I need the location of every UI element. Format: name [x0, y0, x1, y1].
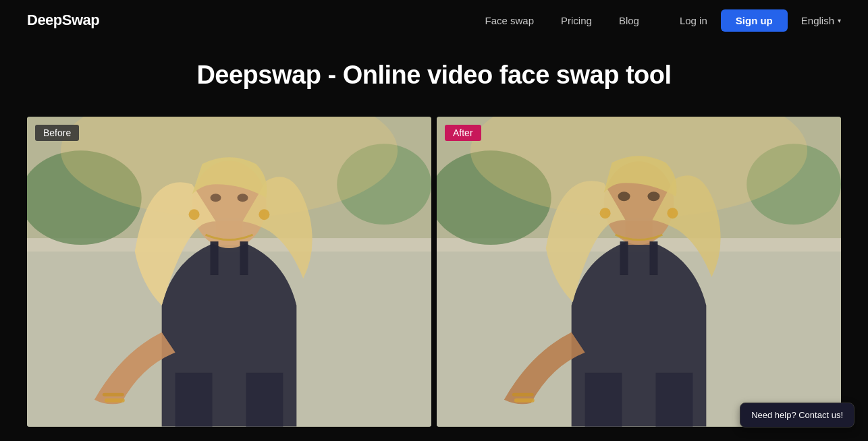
nav-actions: Log in Sign up English ▾	[680, 9, 841, 32]
svg-rect-6	[175, 373, 213, 427]
svg-rect-25	[655, 373, 693, 427]
nav-blog[interactable]: Blog	[619, 15, 639, 26]
help-bubble[interactable]: Need help? Contact us!	[740, 403, 855, 428]
svg-point-31	[667, 208, 678, 218]
svg-rect-33	[649, 241, 657, 275]
svg-rect-24	[585, 373, 622, 427]
hero-section: Deepswap - Online video face swap tool	[0, 40, 868, 103]
logo-text: DeepSwap	[27, 11, 99, 28]
language-label: English	[801, 15, 834, 26]
nav-face-swap[interactable]: Face swap	[485, 15, 534, 26]
svg-point-10	[211, 194, 221, 202]
svg-point-29	[647, 192, 659, 201]
svg-rect-17	[103, 393, 124, 396]
page-title: Deepswap - Online video face swap tool	[27, 61, 841, 90]
svg-point-30	[600, 208, 611, 218]
after-badge: After	[445, 125, 481, 141]
svg-point-28	[618, 192, 630, 201]
svg-point-13	[259, 209, 269, 220]
login-button[interactable]: Log in	[680, 15, 707, 26]
before-badge: Before	[35, 125, 79, 141]
after-image-svg	[437, 117, 841, 427]
nav-pricing[interactable]: Pricing	[561, 15, 592, 26]
after-image	[437, 117, 841, 427]
svg-rect-16	[105, 399, 125, 403]
demo-comparison: Before	[27, 117, 841, 427]
svg-rect-7	[246, 373, 283, 427]
after-panel: After	[437, 117, 841, 427]
svg-rect-14	[211, 241, 219, 275]
before-panel: Before	[27, 117, 431, 427]
nav-links: Face swap Pricing Blog	[485, 15, 639, 26]
svg-point-12	[189, 209, 200, 220]
signup-button[interactable]: Sign up	[721, 9, 788, 32]
svg-rect-34	[514, 399, 535, 403]
navbar: DeepSwap Face swap Pricing Blog Log in S…	[0, 0, 868, 40]
site-logo[interactable]: DeepSwap	[27, 11, 99, 29]
svg-point-11	[237, 194, 248, 202]
help-text: Need help? Contact us!	[751, 410, 843, 420]
svg-rect-32	[620, 241, 628, 275]
language-selector[interactable]: English ▾	[801, 15, 841, 26]
svg-rect-35	[512, 393, 534, 396]
before-image-svg	[27, 117, 431, 427]
chevron-down-icon: ▾	[838, 17, 841, 24]
before-image	[27, 117, 431, 427]
svg-rect-15	[240, 241, 248, 275]
